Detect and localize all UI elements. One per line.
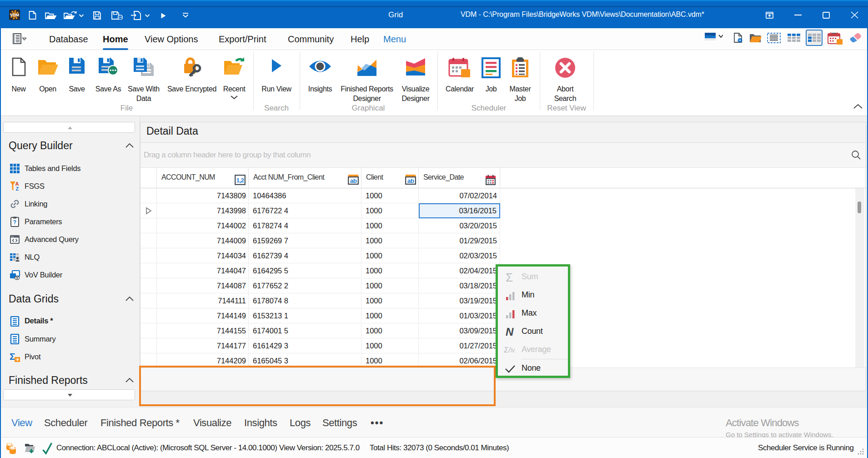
- svg-text:ab: ab: [350, 177, 357, 184]
- svg-text:?: ?: [13, 219, 16, 226]
- svg-text:VDM: VDM: [10, 13, 19, 17]
- svg-text:Σ: Σ: [10, 352, 15, 362]
- svg-text:Z: Z: [16, 186, 19, 191]
- svg-text:A: A: [15, 181, 19, 186]
- svg-text:Σ: Σ: [506, 272, 513, 283]
- svg-text:1,2: 1,2: [236, 177, 244, 184]
- svg-text:ab: ab: [407, 177, 414, 184]
